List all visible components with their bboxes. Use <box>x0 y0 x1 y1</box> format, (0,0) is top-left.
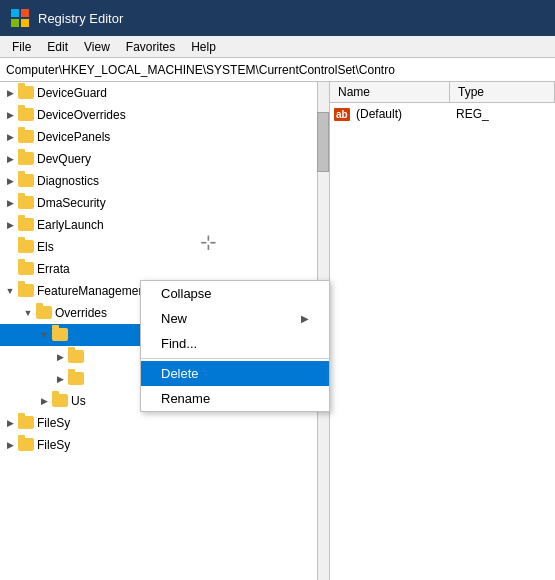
folder-icon <box>18 130 34 144</box>
menu-favorites[interactable]: Favorites <box>118 38 183 56</box>
expander-icon: ▶ <box>2 195 18 211</box>
folder-icon <box>18 218 34 232</box>
folder-icon <box>18 284 34 298</box>
expander-icon: ▶ <box>2 217 18 233</box>
ctx-delete[interactable]: Delete <box>141 361 329 386</box>
ctx-rename[interactable]: Rename <box>141 386 329 411</box>
expander-icon <box>2 239 18 255</box>
ctx-rename-label: Rename <box>161 391 210 406</box>
folder-icon <box>18 240 34 254</box>
tree-label: FileSy <box>37 416 70 430</box>
ctx-collapse-label: Collapse <box>161 286 212 301</box>
tree-label: DeviceOverrides <box>37 108 126 122</box>
folder-icon <box>18 196 34 210</box>
right-panel-header: Name Type <box>330 82 555 103</box>
registry-value-icon: ab <box>334 107 352 121</box>
ctx-find-label: Find... <box>161 336 197 351</box>
tree-label: Overrides <box>55 306 107 320</box>
ctx-collapse[interactable]: Collapse <box>141 281 329 306</box>
folder-icon <box>52 328 68 342</box>
svg-rect-0 <box>11 9 19 17</box>
scroll-thumb[interactable] <box>317 112 329 172</box>
tree-item-deviceguard[interactable]: ▶ DeviceGuard <box>0 82 329 104</box>
svg-rect-3 <box>21 19 29 27</box>
tree-item-dmasecurity[interactable]: ▶ DmaSecurity <box>0 192 329 214</box>
tree-label: Errata <box>37 262 70 276</box>
folder-icon <box>18 86 34 100</box>
tree-item-filesys2[interactable]: ▶ FileSy <box>0 434 329 456</box>
right-panel: Name Type ab (Default) REG_ <box>330 82 555 580</box>
ctx-delete-label: Delete <box>161 366 199 381</box>
col-name-header: Name <box>330 82 450 102</box>
context-menu: Collapse New ▶ Find... Delete Rename <box>140 280 330 412</box>
menu-edit[interactable]: Edit <box>39 38 76 56</box>
registry-editor-icon <box>10 8 30 28</box>
ctx-new-arrow: ▶ <box>301 313 309 324</box>
tree-item-filesys1[interactable]: ▶ FileSy <box>0 412 329 434</box>
menu-help[interactable]: Help <box>183 38 224 56</box>
ctx-find[interactable]: Find... <box>141 331 329 356</box>
expander-icon: ▶ <box>52 371 68 387</box>
expander-icon: ▶ <box>2 173 18 189</box>
expander-icon: ▶ <box>36 393 52 409</box>
address-path: Computer\HKEY_LOCAL_MACHINE\SYSTEM\Curre… <box>6 63 395 77</box>
folder-icon <box>68 372 84 386</box>
tree-label: Us <box>71 394 86 408</box>
tree-item-errata[interactable]: Errata <box>0 258 329 280</box>
svg-rect-1 <box>21 9 29 17</box>
registry-value-row[interactable]: ab (Default) REG_ <box>330 103 555 125</box>
tree-label: EarlyLaunch <box>37 218 104 232</box>
folder-icon <box>52 394 68 408</box>
tree-item-els[interactable]: Els <box>0 236 329 258</box>
expander-icon: ▶ <box>2 151 18 167</box>
folder-icon <box>18 262 34 276</box>
registry-value-name: (Default) <box>356 107 456 121</box>
app-title: Registry Editor <box>38 11 123 26</box>
expander-icon: ▼ <box>36 327 52 343</box>
menu-bar: File Edit View Favorites Help <box>0 36 555 58</box>
folder-icon <box>18 416 34 430</box>
expander-icon: ▶ <box>2 85 18 101</box>
expander-icon: ▼ <box>2 283 18 299</box>
folder-icon <box>68 350 84 364</box>
folder-icon <box>18 174 34 188</box>
registry-value-type: REG_ <box>456 107 489 121</box>
tree-label: DeviceGuard <box>37 86 107 100</box>
tree-label: DmaSecurity <box>37 196 106 210</box>
expander-icon: ▶ <box>52 349 68 365</box>
tree-label: DevQuery <box>37 152 91 166</box>
tree-label: Els <box>37 240 54 254</box>
expander-icon: ▶ <box>2 415 18 431</box>
ctx-new-label: New <box>161 311 187 326</box>
tree-label: FileSy <box>37 438 70 452</box>
folder-icon <box>18 152 34 166</box>
tree-item-earlylaunch[interactable]: ▶ EarlyLaunch <box>0 214 329 236</box>
expander-icon <box>2 261 18 277</box>
col-type-header: Type <box>450 82 555 102</box>
ctx-new[interactable]: New ▶ <box>141 306 329 331</box>
svg-rect-2 <box>11 19 19 27</box>
title-bar: Registry Editor <box>0 0 555 36</box>
expander-icon: ▶ <box>2 437 18 453</box>
expander-icon: ▶ <box>2 129 18 145</box>
tree-item-diagnostics[interactable]: ▶ Diagnostics <box>0 170 329 192</box>
ctx-separator <box>141 358 329 359</box>
tree-label: FeatureManagement <box>37 284 148 298</box>
folder-icon <box>18 108 34 122</box>
tree-item-devquery[interactable]: ▶ DevQuery <box>0 148 329 170</box>
folder-icon <box>36 306 52 320</box>
menu-view[interactable]: View <box>76 38 118 56</box>
folder-icon <box>18 438 34 452</box>
expander-icon: ▼ <box>20 305 36 321</box>
tree-label: Diagnostics <box>37 174 99 188</box>
tree-item-deviceoverrides[interactable]: ▶ DeviceOverrides <box>0 104 329 126</box>
address-bar[interactable]: Computer\HKEY_LOCAL_MACHINE\SYSTEM\Curre… <box>0 58 555 82</box>
menu-file[interactable]: File <box>4 38 39 56</box>
expander-icon: ▶ <box>2 107 18 123</box>
tree-label: DevicePanels <box>37 130 110 144</box>
tree-item-devicepanels[interactable]: ▶ DevicePanels <box>0 126 329 148</box>
